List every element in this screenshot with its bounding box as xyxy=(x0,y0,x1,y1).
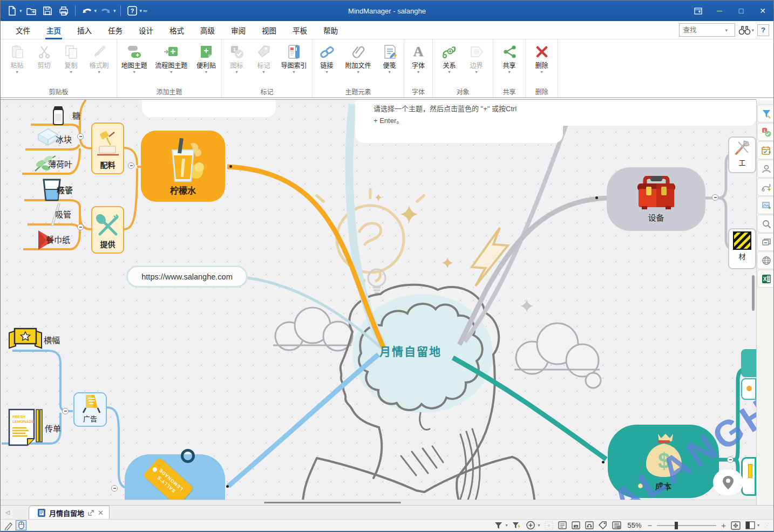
fit-map-button[interactable] xyxy=(731,521,741,530)
topic-cost[interactable]: $ 成本 xyxy=(608,425,719,498)
topic-napkin[interactable]: 餐巾纸 xyxy=(46,234,70,245)
share-button[interactable]: 共享▾ xyxy=(497,43,522,74)
tab-presenter[interactable] xyxy=(757,160,774,178)
map-canvas[interactable]: 请选择一个主题，然后点击蓝色的 "+" 或按Ctrl + Enter。 柠檬水 xyxy=(1,99,756,505)
qat-more-icon[interactable]: ≂ xyxy=(142,8,147,15)
notes-panel-icon[interactable] xyxy=(558,521,567,529)
tab-icon-markers[interactable]: 1 xyxy=(757,123,774,141)
tab-excel[interactable]: X xyxy=(757,270,774,288)
menu-task[interactable]: 任务 xyxy=(100,22,130,39)
clipped-topic-box-left[interactable] xyxy=(142,99,276,117)
help-badge-icon[interactable]: ? xyxy=(125,4,139,17)
tab-snippets[interactable] xyxy=(757,233,774,251)
dialog-launcher-icon[interactable] xyxy=(766,89,772,94)
menu-tablet[interactable]: 平板 xyxy=(285,22,315,39)
sticky-note-button[interactable]: 便利贴▾ xyxy=(192,43,220,74)
tab-calendar[interactable] xyxy=(757,141,774,159)
menu-home[interactable]: 主页 xyxy=(39,22,69,39)
horizontal-scrollbar[interactable] xyxy=(1,500,756,505)
boundary-button[interactable]: 边界▾ xyxy=(464,43,490,74)
minimize-button[interactable]: ─ xyxy=(709,1,730,21)
print-icon[interactable] xyxy=(57,4,71,17)
binoculars-icon[interactable]: ▾ xyxy=(738,25,754,36)
tag-marker-button[interactable]: 标记▾ xyxy=(251,43,277,74)
cut-button[interactable]: 剪切▾ xyxy=(31,43,57,74)
detail-panel-icon[interactable] xyxy=(612,521,621,529)
menu-view[interactable]: 视图 xyxy=(254,22,284,39)
menu-format[interactable]: 格式 xyxy=(162,22,192,39)
collapse-button[interactable] xyxy=(77,224,84,230)
link-button[interactable]: 链接▾ xyxy=(314,43,340,74)
redo-icon[interactable] xyxy=(99,4,113,17)
undo-icon[interactable] xyxy=(80,4,94,17)
topic-lemonade[interactable]: 柠檬水 xyxy=(141,131,225,202)
open-file-icon[interactable] xyxy=(24,4,38,17)
undo-caret-icon[interactable]: ▾ xyxy=(94,8,97,13)
menu-file[interactable]: 文件 xyxy=(8,22,38,39)
tab-popout-icon[interactable] xyxy=(88,510,94,516)
menu-review[interactable]: 审阅 xyxy=(223,22,253,39)
menu-design[interactable]: 设计 xyxy=(131,22,161,39)
filter-status-icon[interactable] xyxy=(494,522,503,529)
format-painter-button[interactable]: 格式刷▾ xyxy=(85,43,113,74)
mouse-mode-button[interactable] xyxy=(16,520,26,530)
topic-flyer[interactable]: 传单 xyxy=(45,422,61,434)
topic-ad[interactable]: 广告 xyxy=(73,392,107,427)
topic-cup-label[interactable]: 杯子 xyxy=(57,184,73,195)
clipped-teal-node-top-2[interactable] xyxy=(741,378,756,400)
new-document-icon[interactable] xyxy=(5,4,19,17)
new-caret-icon[interactable]: ▾ xyxy=(19,8,22,13)
save-icon[interactable] xyxy=(40,4,55,17)
power-filter-icon[interactable] xyxy=(512,522,521,529)
resize-grip[interactable]: ⋰ xyxy=(764,522,770,528)
central-topic[interactable]: 月情自留地 xyxy=(379,343,442,359)
url-callout[interactable]: https://www.salanghe.com xyxy=(126,265,248,288)
tab-search[interactable] xyxy=(757,215,774,233)
links-panel-icon[interactable] xyxy=(585,521,594,529)
paste-button[interactable]: 粘贴▾ xyxy=(4,43,30,74)
map-topic-button[interactable]: 地图主题▾ xyxy=(118,43,151,74)
location-balloon[interactable] xyxy=(713,469,743,495)
pen-mode-icon[interactable] xyxy=(4,521,13,530)
menu-advanced[interactable]: 高级 xyxy=(193,22,222,39)
icon-marker-button[interactable]: 1 图标▾ xyxy=(224,43,250,74)
topic-ice[interactable]: 冰块 xyxy=(56,133,72,145)
menu-help[interactable]: 帮助 xyxy=(316,22,345,39)
redo-caret-icon[interactable]: ▾ xyxy=(113,8,116,13)
map-index-button[interactable]: 导图索引▾ xyxy=(278,43,310,74)
collapse-button[interactable] xyxy=(62,408,69,414)
collapse-button[interactable] xyxy=(712,194,718,201)
topic-straw[interactable]: 吸管 xyxy=(55,208,71,220)
document-tab[interactable]: 月情自留地 ✕ xyxy=(29,506,110,519)
zoom-slider-thumb[interactable] xyxy=(675,522,678,529)
tab-close-icon[interactable]: ✕ xyxy=(98,509,104,517)
clipped-teal-node-bottom[interactable] xyxy=(741,457,756,496)
tab-filter[interactable] xyxy=(757,105,774,122)
note-button[interactable]: 便笺▾ xyxy=(377,43,403,74)
tab-scroll-left-icon[interactable]: ◁ xyxy=(1,506,15,519)
delete-button[interactable]: 删除▾ xyxy=(529,43,555,74)
topic-sally-lemonade[interactable]: SALLY'S LEMONADE xyxy=(125,454,225,505)
help-caret-icon[interactable]: ▾ xyxy=(140,8,142,13)
topic-ingredients[interactable]: 配料 xyxy=(91,122,124,174)
clipped-teal-node-top[interactable] xyxy=(741,349,756,377)
copy-button[interactable]: 复制▾ xyxy=(58,43,84,74)
zoom-in-button[interactable]: + xyxy=(721,521,726,530)
flow-topic-button[interactable]: 流程图主题▾ xyxy=(152,43,191,74)
topic-materials[interactable]: 材 xyxy=(728,228,756,269)
horizontal-scrollbar-thumb[interactable] xyxy=(264,502,401,503)
expand-icon[interactable] xyxy=(545,521,553,530)
vertical-scrollbar-thumb[interactable] xyxy=(752,275,755,311)
tags-panel-icon[interactable] xyxy=(599,521,607,529)
topic-serve[interactable]: 提供 xyxy=(91,206,124,254)
binoculars-caret-icon[interactable]: ▾ xyxy=(751,28,754,33)
collapse-button[interactable] xyxy=(77,133,84,140)
zoom-slider[interactable] xyxy=(657,525,716,526)
clipped-topic-box-right[interactable] xyxy=(555,99,756,126)
tab-relationships[interactable] xyxy=(757,178,774,196)
topic-sugar[interactable]: 糖 xyxy=(72,110,80,121)
collapse-button[interactable] xyxy=(727,456,734,463)
attach-file-button[interactable]: 附加文件▾ xyxy=(341,43,376,74)
help-button[interactable]: ? xyxy=(757,24,769,36)
dock-panel-icon[interactable] xyxy=(687,1,709,21)
